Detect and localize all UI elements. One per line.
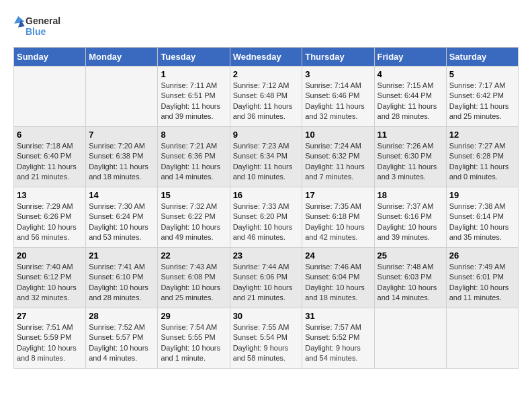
day-number: 16 bbox=[233, 190, 300, 200]
day-cell: 9Sunrise: 7:23 AM Sunset: 6:34 PM Daylig… bbox=[230, 127, 302, 187]
day-number: 17 bbox=[305, 190, 371, 200]
day-number: 30 bbox=[233, 311, 300, 321]
day-cell bbox=[14, 66, 86, 127]
day-number: 27 bbox=[17, 311, 83, 321]
week-row-5: 27Sunrise: 7:51 AM Sunset: 5:59 PM Dayli… bbox=[14, 308, 519, 369]
day-info: Sunrise: 7:11 AM Sunset: 6:51 PM Dayligh… bbox=[161, 81, 226, 122]
day-number: 26 bbox=[449, 250, 515, 261]
svg-text:General: General bbox=[26, 15, 60, 26]
day-number: 24 bbox=[305, 250, 371, 261]
day-number: 10 bbox=[305, 130, 371, 140]
day-info: Sunrise: 7:46 AM Sunset: 6:04 PM Dayligh… bbox=[305, 262, 371, 304]
weekday-header-friday: Friday bbox=[374, 48, 446, 66]
weekday-header-sunday: Sunday bbox=[14, 48, 86, 66]
day-info: Sunrise: 7:23 AM Sunset: 6:34 PM Dayligh… bbox=[233, 141, 300, 183]
day-number: 3 bbox=[305, 69, 371, 79]
day-cell: 24Sunrise: 7:46 AM Sunset: 6:04 PM Dayli… bbox=[302, 248, 374, 308]
day-cell bbox=[374, 308, 446, 369]
day-cell: 31Sunrise: 7:57 AM Sunset: 5:52 PM Dayli… bbox=[302, 308, 374, 369]
day-cell: 30Sunrise: 7:55 AM Sunset: 5:54 PM Dayli… bbox=[230, 308, 302, 369]
day-info: Sunrise: 7:14 AM Sunset: 6:46 PM Dayligh… bbox=[305, 81, 371, 122]
day-info: Sunrise: 7:26 AM Sunset: 6:30 PM Dayligh… bbox=[378, 141, 443, 183]
day-cell: 23Sunrise: 7:44 AM Sunset: 6:06 PM Dayli… bbox=[230, 248, 302, 308]
logo-svg: General Blue bbox=[13, 13, 67, 40]
day-number: 25 bbox=[378, 250, 443, 261]
day-info: Sunrise: 7:24 AM Sunset: 6:32 PM Dayligh… bbox=[305, 141, 371, 183]
day-number: 14 bbox=[89, 190, 154, 200]
day-number: 19 bbox=[449, 190, 515, 200]
day-cell: 28Sunrise: 7:52 AM Sunset: 5:57 PM Dayli… bbox=[86, 308, 158, 369]
day-cell: 27Sunrise: 7:51 AM Sunset: 5:59 PM Dayli… bbox=[14, 308, 86, 369]
week-row-3: 13Sunrise: 7:29 AM Sunset: 6:26 PM Dayli… bbox=[14, 187, 519, 248]
week-row-4: 20Sunrise: 7:40 AM Sunset: 6:12 PM Dayli… bbox=[14, 248, 519, 308]
day-cell: 14Sunrise: 7:30 AM Sunset: 6:24 PM Dayli… bbox=[86, 187, 158, 248]
day-info: Sunrise: 7:51 AM Sunset: 5:59 PM Dayligh… bbox=[17, 322, 83, 364]
day-info: Sunrise: 7:48 AM Sunset: 6:03 PM Dayligh… bbox=[378, 262, 443, 304]
weekday-header-thursday: Thursday bbox=[302, 48, 374, 66]
day-cell: 2Sunrise: 7:12 AM Sunset: 6:48 PM Daylig… bbox=[230, 66, 302, 127]
day-number: 21 bbox=[89, 250, 154, 261]
calendar-table: SundayMondayTuesdayWednesdayThursdayFrid… bbox=[13, 47, 519, 369]
day-number: 11 bbox=[378, 130, 443, 140]
day-cell: 3Sunrise: 7:14 AM Sunset: 6:46 PM Daylig… bbox=[302, 66, 374, 127]
day-cell bbox=[446, 308, 518, 369]
day-number: 29 bbox=[161, 311, 226, 321]
day-info: Sunrise: 7:41 AM Sunset: 6:10 PM Dayligh… bbox=[89, 262, 154, 304]
day-number: 8 bbox=[161, 130, 226, 140]
day-number: 5 bbox=[449, 69, 515, 79]
day-cell: 20Sunrise: 7:40 AM Sunset: 6:12 PM Dayli… bbox=[14, 248, 86, 308]
day-info: Sunrise: 7:29 AM Sunset: 6:26 PM Dayligh… bbox=[17, 201, 83, 243]
weekday-header-tuesday: Tuesday bbox=[158, 48, 230, 66]
header: General Blue bbox=[13, 13, 519, 40]
day-number: 2 bbox=[233, 69, 300, 79]
day-cell: 29Sunrise: 7:54 AM Sunset: 5:55 PM Dayli… bbox=[158, 308, 230, 369]
week-row-1: 1Sunrise: 7:11 AM Sunset: 6:51 PM Daylig… bbox=[14, 66, 519, 127]
day-info: Sunrise: 7:17 AM Sunset: 6:42 PM Dayligh… bbox=[449, 81, 515, 122]
day-number: 4 bbox=[378, 69, 443, 79]
day-cell: 12Sunrise: 7:27 AM Sunset: 6:28 PM Dayli… bbox=[446, 127, 518, 187]
day-number: 28 bbox=[89, 311, 154, 321]
day-info: Sunrise: 7:20 AM Sunset: 6:38 PM Dayligh… bbox=[89, 141, 154, 183]
day-info: Sunrise: 7:49 AM Sunset: 6:01 PM Dayligh… bbox=[449, 262, 515, 304]
day-number: 31 bbox=[305, 311, 371, 321]
day-cell: 10Sunrise: 7:24 AM Sunset: 6:32 PM Dayli… bbox=[302, 127, 374, 187]
day-number: 15 bbox=[161, 190, 226, 200]
day-number: 7 bbox=[89, 130, 154, 140]
day-number: 12 bbox=[449, 130, 515, 140]
day-info: Sunrise: 7:52 AM Sunset: 5:57 PM Dayligh… bbox=[89, 322, 154, 364]
day-info: Sunrise: 7:27 AM Sunset: 6:28 PM Dayligh… bbox=[449, 141, 515, 183]
day-number: 6 bbox=[17, 130, 83, 140]
day-cell: 13Sunrise: 7:29 AM Sunset: 6:26 PM Dayli… bbox=[14, 187, 86, 248]
day-cell: 17Sunrise: 7:35 AM Sunset: 6:18 PM Dayli… bbox=[302, 187, 374, 248]
day-info: Sunrise: 7:32 AM Sunset: 6:22 PM Dayligh… bbox=[161, 201, 226, 243]
day-cell: 11Sunrise: 7:26 AM Sunset: 6:30 PM Dayli… bbox=[374, 127, 446, 187]
day-info: Sunrise: 7:38 AM Sunset: 6:14 PM Dayligh… bbox=[449, 201, 515, 243]
day-number: 9 bbox=[233, 130, 300, 140]
day-number: 13 bbox=[17, 190, 83, 200]
weekday-header-monday: Monday bbox=[86, 48, 158, 66]
day-info: Sunrise: 7:15 AM Sunset: 6:44 PM Dayligh… bbox=[378, 81, 443, 122]
day-info: Sunrise: 7:30 AM Sunset: 6:24 PM Dayligh… bbox=[89, 201, 154, 243]
day-cell: 25Sunrise: 7:48 AM Sunset: 6:03 PM Dayli… bbox=[374, 248, 446, 308]
day-cell: 19Sunrise: 7:38 AM Sunset: 6:14 PM Dayli… bbox=[446, 187, 518, 248]
day-cell bbox=[86, 66, 158, 127]
day-number: 1 bbox=[161, 69, 226, 79]
day-info: Sunrise: 7:21 AM Sunset: 6:36 PM Dayligh… bbox=[161, 141, 226, 183]
weekday-header-wednesday: Wednesday bbox=[230, 48, 302, 66]
day-info: Sunrise: 7:18 AM Sunset: 6:40 PM Dayligh… bbox=[17, 141, 83, 183]
day-cell: 5Sunrise: 7:17 AM Sunset: 6:42 PM Daylig… bbox=[446, 66, 518, 127]
day-cell: 6Sunrise: 7:18 AM Sunset: 6:40 PM Daylig… bbox=[14, 127, 86, 187]
day-info: Sunrise: 7:54 AM Sunset: 5:55 PM Dayligh… bbox=[161, 322, 226, 364]
day-cell: 4Sunrise: 7:15 AM Sunset: 6:44 PM Daylig… bbox=[374, 66, 446, 127]
day-info: Sunrise: 7:12 AM Sunset: 6:48 PM Dayligh… bbox=[233, 81, 300, 122]
day-cell: 21Sunrise: 7:41 AM Sunset: 6:10 PM Dayli… bbox=[86, 248, 158, 308]
svg-text:Blue: Blue bbox=[26, 26, 46, 37]
day-cell: 26Sunrise: 7:49 AM Sunset: 6:01 PM Dayli… bbox=[446, 248, 518, 308]
day-info: Sunrise: 7:33 AM Sunset: 6:20 PM Dayligh… bbox=[233, 201, 300, 243]
day-info: Sunrise: 7:40 AM Sunset: 6:12 PM Dayligh… bbox=[17, 262, 83, 304]
day-number: 18 bbox=[378, 190, 443, 200]
day-info: Sunrise: 7:57 AM Sunset: 5:52 PM Dayligh… bbox=[305, 322, 371, 364]
day-number: 22 bbox=[161, 250, 226, 261]
weekday-header-row: SundayMondayTuesdayWednesdayThursdayFrid… bbox=[14, 48, 519, 66]
day-cell: 1Sunrise: 7:11 AM Sunset: 6:51 PM Daylig… bbox=[158, 66, 230, 127]
